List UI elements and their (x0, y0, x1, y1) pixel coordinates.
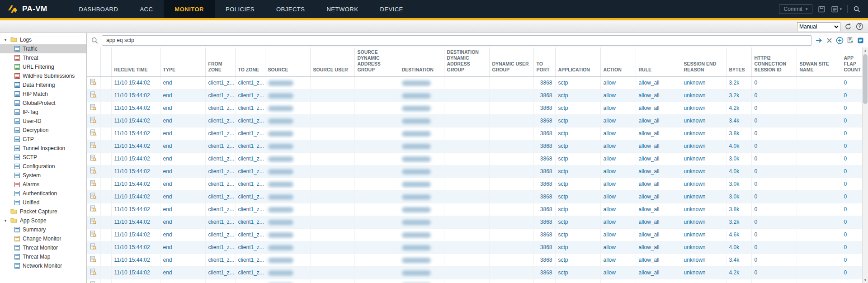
cell-action[interactable]: allow (600, 102, 636, 114)
cell-action[interactable]: allow (600, 216, 636, 228)
scroll-down-arrow[interactable]: ▼ (863, 277, 868, 283)
cell-http2-session-id[interactable]: 0 (751, 279, 797, 283)
column-header-sdwan-site-name[interactable]: SDWAN Site Name (797, 47, 841, 76)
sidebar-group-logs[interactable]: ▾Logs (0, 35, 86, 44)
filter-query-input[interactable] (102, 35, 812, 46)
sidebar-item-url-filtering[interactable]: URL Filtering (0, 62, 86, 71)
cell-bytes[interactable]: 3.0k (726, 178, 751, 190)
column-header-source-dag[interactable]: Source Dynamic Address Group (354, 47, 399, 76)
cell-application[interactable]: sctp (555, 76, 600, 89)
cell-application[interactable]: sctp (555, 228, 600, 241)
cell-bytes[interactable]: 3.2k (726, 89, 751, 102)
column-header-from-zone[interactable]: From Zone (205, 47, 235, 76)
log-detail-icon[interactable] (90, 194, 97, 201)
cell-type[interactable]: end (160, 241, 205, 254)
cell-from-zone[interactable]: client1_z... (205, 203, 235, 216)
cell-action[interactable]: allow (600, 140, 636, 152)
cell-to-port[interactable]: 3868 (533, 102, 555, 114)
log-detail-icon[interactable] (90, 131, 97, 137)
cell-type[interactable]: end (160, 76, 205, 89)
nav-tab-device[interactable]: DEVICE (369, 0, 414, 18)
cell-from-zone[interactable]: client1_z... (205, 228, 235, 241)
cell-from-zone[interactable]: client1_z... (205, 165, 235, 178)
log-detail-icon[interactable] (90, 220, 97, 226)
cell-bytes[interactable]: 3.4k (726, 254, 751, 266)
sidebar-item-unified[interactable]: Unified (0, 198, 86, 207)
cell-detail[interactable] (87, 228, 100, 241)
column-header-source[interactable]: Source (265, 47, 310, 76)
log-detail-icon[interactable] (90, 93, 97, 99)
cell-session-end-reason[interactable]: unknown (681, 203, 726, 216)
cell-bytes[interactable]: 4.2k (726, 266, 751, 279)
cell-type[interactable]: end (160, 89, 205, 102)
cell-application[interactable]: sctp (555, 114, 600, 127)
cell-bytes[interactable]: 3.4k (726, 279, 751, 283)
cell-detail[interactable] (87, 254, 100, 266)
log-row[interactable]: 11/10 15:44:02endclient1_z...client1_z..… (87, 127, 868, 140)
cell-to-zone[interactable]: client1_z... (235, 178, 265, 190)
cell-rule[interactable]: allow_all (636, 140, 681, 152)
refresh-interval-select[interactable]: Manual (797, 22, 840, 31)
cell-to-zone[interactable]: client1_z... (235, 266, 265, 279)
cell-rule[interactable]: allow_all (636, 152, 681, 165)
cell-to-port[interactable]: 3868 (533, 254, 555, 266)
vertical-scrollbar[interactable]: ▲ ▼ (862, 47, 868, 283)
cell-application[interactable]: sctp (555, 89, 600, 102)
sidebar-item-network-monitor[interactable]: Network Monitor (0, 261, 86, 270)
sidebar-item-change-monitor[interactable]: Change Monitor (0, 234, 86, 243)
cell-application[interactable]: sctp (555, 216, 600, 228)
cell-to-zone[interactable]: client1_z... (235, 76, 265, 89)
cell-to-zone[interactable]: client1_z... (235, 254, 265, 266)
nav-tab-monitor[interactable]: MONITOR (164, 0, 215, 18)
cell-to-port[interactable]: 3868 (533, 152, 555, 165)
cell-type[interactable]: end (160, 140, 205, 152)
nav-tab-acc[interactable]: ACC (129, 0, 164, 18)
cell-type[interactable]: end (160, 178, 205, 190)
cell-to-zone[interactable]: client1_z... (235, 114, 265, 127)
cell-to-zone[interactable]: client1_z... (235, 127, 265, 140)
global-search-icon[interactable] (853, 5, 861, 13)
log-row[interactable]: 11/10 15:44:02endclient1_z...client1_z..… (87, 190, 868, 203)
cell-application[interactable]: sctp (555, 266, 600, 279)
log-detail-icon[interactable] (90, 182, 97, 188)
log-detail-icon[interactable] (90, 169, 97, 175)
cell-http2-session-id[interactable]: 0 (751, 216, 797, 228)
cell-action[interactable]: allow (600, 254, 636, 266)
cell-http2-session-id[interactable]: 0 (751, 89, 797, 102)
cell-receive-time[interactable]: 11/10 15:44:02 (111, 216, 160, 228)
cell-application[interactable]: sctp (555, 127, 600, 140)
log-detail-icon[interactable] (90, 258, 97, 264)
cell-from-zone[interactable]: client1_z... (205, 178, 235, 190)
task-manager-icon[interactable]: ▾ (831, 5, 842, 13)
cell-from-zone[interactable]: client1_z... (205, 127, 235, 140)
log-row[interactable]: 11/10 15:44:02endclient1_z...client1_z..… (87, 140, 868, 152)
column-header-http2-session-id[interactable]: HTTP/2 Connection Session ID (751, 47, 797, 76)
cell-detail[interactable] (87, 114, 100, 127)
sidebar-item-system[interactable]: System (0, 171, 86, 180)
cell-to-zone[interactable]: client1_z... (235, 190, 265, 203)
cell-from-zone[interactable]: client1_z... (205, 279, 235, 283)
cell-rule[interactable]: allow_all (636, 266, 681, 279)
cell-session-end-reason[interactable]: unknown (681, 76, 726, 89)
log-detail-icon[interactable] (90, 118, 97, 125)
cell-to-port[interactable]: 3868 (533, 165, 555, 178)
sidebar-item-configuration[interactable]: Configuration (0, 162, 86, 171)
log-detail-icon[interactable] (90, 245, 97, 251)
cell-type[interactable]: end (160, 102, 205, 114)
cell-rule[interactable]: allow_all (636, 216, 681, 228)
cell-rule[interactable]: allow_all (636, 114, 681, 127)
cell-session-end-reason[interactable]: unknown (681, 266, 726, 279)
cell-from-zone[interactable]: client1_z... (205, 114, 235, 127)
log-row[interactable]: 11/10 15:44:02endclient1_z...client1_z..… (87, 254, 868, 266)
help-icon[interactable]: ? (856, 23, 863, 30)
cell-http2-session-id[interactable]: 0 (751, 165, 797, 178)
cell-rule[interactable]: allow_all (636, 165, 681, 178)
cell-action[interactable]: allow (600, 279, 636, 283)
cell-application[interactable]: sctp (555, 140, 600, 152)
log-detail-icon[interactable] (90, 144, 97, 150)
column-header-bytes[interactable]: Bytes (726, 47, 751, 76)
cell-receive-time[interactable]: 11/10 15:44:02 (111, 228, 160, 241)
cell-receive-time[interactable]: 11/10 15:44:02 (111, 254, 160, 266)
scrollbar-thumb[interactable] (863, 54, 868, 104)
cell-bytes[interactable]: 3.8k (726, 203, 751, 216)
